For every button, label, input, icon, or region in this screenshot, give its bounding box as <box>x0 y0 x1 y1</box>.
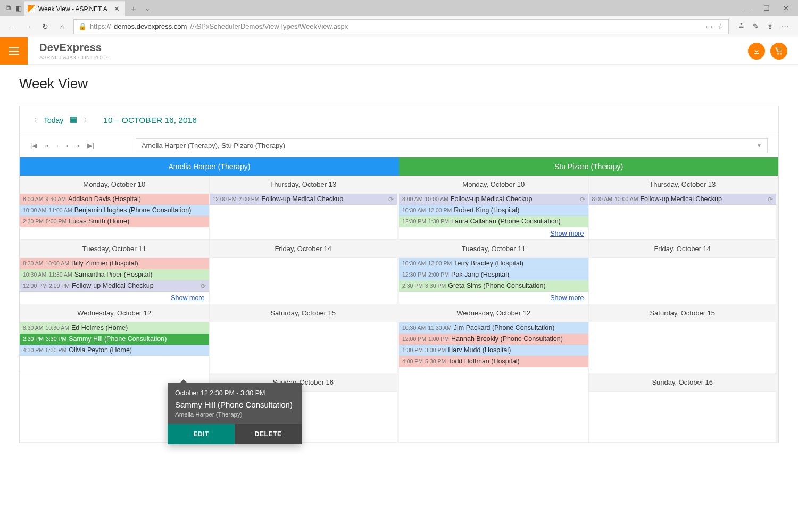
day-cell[interactable]: Wednesday, October 12 8:30 AM 10:30 AM E… <box>20 304 210 373</box>
appointment[interactable]: 10:30 AM 11:30 AM Samantha Piper (Hospit… <box>20 269 209 280</box>
dropdown-caret-icon: ▼ <box>757 143 762 148</box>
day-cell[interactable]: Thursday, October 13 12:00 PM 2:00 PM Fo… <box>210 176 400 240</box>
day-cell[interactable]: Saturday, October 15 <box>210 304 400 373</box>
reading-view-icon[interactable]: ▭ <box>706 22 712 30</box>
first-page-icon[interactable]: |◀ <box>30 142 37 149</box>
svg-point-1 <box>780 53 781 54</box>
day-cell[interactable]: Wednesday, October 12 10:30 AM 11:30 AM … <box>399 304 589 373</box>
day-cell[interactable]: Friday, October 14 <box>589 240 779 304</box>
event-label: Robert King (Hospital) <box>454 206 519 214</box>
share-icon[interactable]: ⇪ <box>767 22 773 30</box>
resource-headers: Amelia Harper (Therapy) Stu Pizaro (Ther… <box>20 157 778 176</box>
events-a-thu: 12:00 PM 2:00 PM Follow-up Medical Check… <box>210 194 397 205</box>
day-cell[interactable]: Tuesday, October 11 8:30 AM 10:00 AM Bil… <box>20 240 210 304</box>
appointment[interactable]: 2:30 PM 5:00 PM Lucas Smith (Home) <box>20 216 209 227</box>
show-more-link[interactable]: Show more <box>399 227 588 239</box>
minimize-button[interactable]: — <box>738 4 757 12</box>
appointment[interactable]: 12:00 PM 2:00 PM Follow-up Medical Check… <box>210 194 397 205</box>
menu-button[interactable] <box>0 37 28 65</box>
next-button[interactable]: 〉 <box>84 115 90 125</box>
event-end: 6:30 PM <box>46 347 66 353</box>
appointment[interactable]: 2:30 PM 3:30 PM Sammy Hill (Phone Consul… <box>20 334 209 345</box>
url-bar[interactable]: 🔒 https://demos.devexpress.com/ASPxSched… <box>73 19 729 34</box>
day-cell[interactable]: Monday, October 10 8:00 AM 10:00 AM Foll… <box>399 176 589 240</box>
appointment[interactable]: 8:30 AM 10:00 AM Billy Zimmer (Hospital) <box>20 258 209 269</box>
day-cell[interactable]: Sunday, October 16 <box>589 373 779 443</box>
date-range: 10 – OCTOBER 16, 2016 <box>103 115 196 125</box>
url-scheme: https:// <box>90 22 111 30</box>
close-window-button[interactable]: ✕ <box>777 4 795 12</box>
sys-icon[interactable]: ◧ <box>14 4 23 12</box>
notes-icon[interactable]: ✎ <box>753 22 759 30</box>
event-end: 2:00 PM <box>49 282 70 289</box>
day-header: Thursday, October 13 <box>210 176 397 194</box>
appointment[interactable]: 12:00 PM 2:00 PM Follow-up Medical Check… <box>20 280 209 292</box>
appointment[interactable]: 10:30 AM 12:00 PM Robert King (Hospital) <box>399 205 588 216</box>
day-cell[interactable]: Saturday, October 15 <box>589 304 779 373</box>
more-icon[interactable]: ⋯ <box>782 22 788 30</box>
event-start: 2:30 PM <box>402 282 423 289</box>
events-a-tue: 8:30 AM 10:00 AM Billy Zimmer (Hospital)… <box>20 258 209 292</box>
next-page-icon[interactable]: › <box>66 142 68 149</box>
event-end: 10:00 AM <box>425 196 448 202</box>
event-label: Benjamin Hughes (Phone Consultation) <box>74 206 192 214</box>
day-cell[interactable]: Monday, October 10 8:00 AM 9:30 AM Addis… <box>20 176 210 240</box>
events-b-tue: 10:30 AM 12:00 PM Terry Bradley (Hospita… <box>399 258 588 292</box>
calendar-icon[interactable] <box>70 116 77 124</box>
day-cell[interactable]: Tuesday, October 11 10:30 AM 12:00 PM Te… <box>399 240 589 304</box>
refresh-button[interactable]: ↻ <box>39 22 51 31</box>
appointment[interactable]: 8:00 AM 9:30 AM Addison Davis (Hospital) <box>20 194 209 205</box>
appointment[interactable]: 12:30 PM 2:00 PM Pak Jang (Hospital) <box>399 269 588 280</box>
show-more-link[interactable]: Show more <box>399 292 588 304</box>
appointment[interactable]: 4:00 PM 5:30 PM Todd Hoffman (Hospital) <box>399 356 588 367</box>
scheduler-toolbar: 〈 Today 〉 10 – OCTOBER 16, 2016 <box>20 106 778 134</box>
resource-header: Stu Pizaro (Therapy) <box>399 157 778 176</box>
appointment[interactable]: 12:00 PM 1:00 PM Hannah Brookly (Phone C… <box>399 334 588 345</box>
delete-button[interactable]: DELETE <box>235 424 302 444</box>
appointment[interactable]: 4:30 PM 6:30 PM Olivia Peyton (Home) <box>20 345 209 356</box>
prev-page-fast-icon[interactable]: « <box>45 142 48 149</box>
show-more-link[interactable]: Show more <box>20 292 209 304</box>
appointment[interactable]: 12:30 PM 1:30 PM Laura Callahan (Phone C… <box>399 216 588 227</box>
favorite-icon[interactable]: ☆ <box>718 22 724 30</box>
appointment[interactable]: 10:00 AM 11:00 AM Benjamin Hughes (Phone… <box>20 205 209 216</box>
back-button[interactable]: ← <box>5 22 17 31</box>
prev-page-icon[interactable]: ‹ <box>56 142 59 149</box>
lock-icon: 🔒 <box>78 22 87 30</box>
tooltip-owner: Amelia Harper (Therapy) <box>175 411 294 418</box>
forward-button[interactable]: → <box>22 22 34 31</box>
last-page-icon[interactable]: ▶| <box>87 142 94 149</box>
appointment[interactable]: 8:00 AM 10:00 AM Follow-up Medical Check… <box>399 194 588 205</box>
event-end: 11:30 AM <box>428 325 451 331</box>
day-cell[interactable]: Thursday, October 13 8:00 AM 10:00 AM Fo… <box>589 176 779 240</box>
home-button[interactable]: ⌂ <box>56 22 68 31</box>
appointment[interactable]: 8:00 AM 10:00 AM Follow-up Medical Check… <box>589 194 777 205</box>
resource-dropdown[interactable]: Amelia Harper (Therapy), Stu Pizaro (The… <box>136 138 768 153</box>
favorites-list-icon[interactable]: ≛ <box>738 22 744 30</box>
event-label: Follow-up Medical Checkup <box>451 195 533 203</box>
recur-icon: ⟳ <box>201 282 206 290</box>
download-button[interactable] <box>748 43 765 60</box>
day-header: Friday, October 14 <box>210 240 397 258</box>
appointment[interactable]: 8:30 AM 10:30 AM Ed Holmes (Home) <box>20 322 209 334</box>
event-label: Laura Callahan (Phone Consultation) <box>451 218 561 225</box>
tabs-menu-icon[interactable]: ⌵ <box>143 4 153 12</box>
cart-button[interactable] <box>770 43 787 60</box>
appointment[interactable]: 1:30 PM 3:00 PM Harv Mudd (Hospital) <box>399 345 588 356</box>
edit-button[interactable]: EDIT <box>168 424 235 444</box>
appointment[interactable]: 2:30 PM 3:30 PM Greta Sims (Phone Consul… <box>399 280 588 292</box>
close-tab-icon[interactable]: ✕ <box>114 5 120 13</box>
appointment[interactable]: 10:30 AM 11:30 AM Jim Packard (Phone Con… <box>399 322 588 334</box>
next-page-fast-icon[interactable]: » <box>76 142 79 149</box>
maximize-button[interactable]: ☐ <box>758 4 776 12</box>
sys-icon[interactable]: ⧉ <box>3 4 13 12</box>
new-tab-button[interactable]: + <box>126 4 142 13</box>
event-start: 12:30 PM <box>402 218 426 225</box>
today-button[interactable]: Today <box>44 116 63 124</box>
event-label: Addison Davis (Hospital) <box>68 195 141 203</box>
prev-button[interactable]: 〈 <box>30 115 37 125</box>
day-cell[interactable]: Friday, October 14 <box>210 240 400 304</box>
day-cell[interactable] <box>399 373 589 443</box>
appointment[interactable]: 10:30 AM 12:00 PM Terry Bradley (Hospita… <box>399 258 588 269</box>
browser-tab[interactable]: Week View - ASP.NET A ✕ <box>24 1 125 16</box>
